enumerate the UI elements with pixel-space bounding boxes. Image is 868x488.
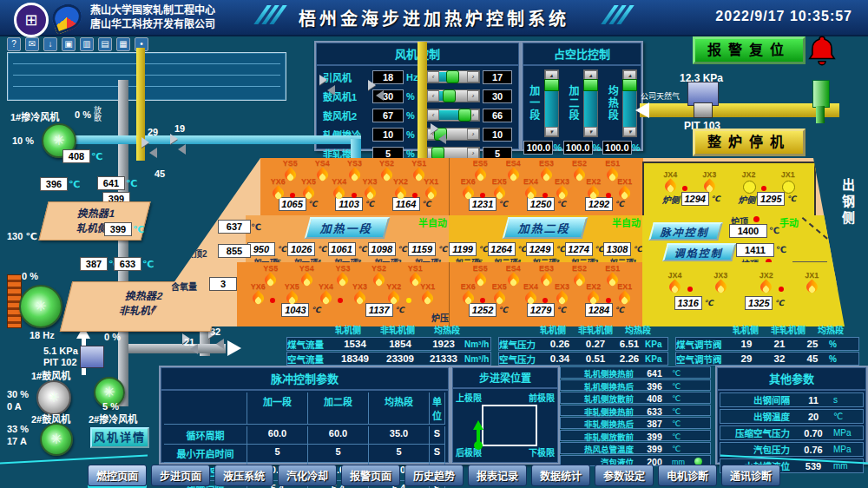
nav-tab[interactable]: 液压系统: [214, 465, 273, 486]
burner: YX2: [381, 282, 407, 306]
valve-number: 19: [174, 123, 185, 134]
burner: EX3: [549, 177, 575, 201]
nav-tab[interactable]: 报警页面: [341, 465, 400, 486]
pulse-params-panel: 脉冲控制参数 加一段 加二段 均热段 单位 循环周期 60.0 60.0 35.…: [159, 366, 450, 465]
duty-value: 100.0: [523, 141, 553, 155]
col-header: 单位: [430, 392, 445, 425]
toolbar-icon[interactable]: ✉: [25, 37, 39, 51]
fan-setpoint[interactable]: 17: [483, 70, 512, 84]
roof-temp1: 1400: [729, 224, 767, 238]
pit102-label: PIT 102: [43, 357, 77, 367]
toolbar-icon[interactable]: ▤: [98, 37, 112, 51]
param-row: 压缩空气压力 0.70 MPa: [720, 425, 864, 440]
flame-icon: [742, 179, 755, 194]
toolbar: ?✉↓▣▥▤▦•: [7, 37, 148, 50]
fan-value: 10: [372, 128, 404, 142]
unit-c: ℃: [776, 245, 786, 254]
zone-temp: 1316℃: [674, 296, 713, 310]
duty-slider[interactable]: ▴▾: [544, 69, 559, 137]
roof-temp2: 1411: [736, 243, 774, 257]
alarm-reset-button[interactable]: 报警复位: [693, 36, 806, 64]
flame-icon: [364, 186, 377, 201]
valve-icon[interactable]: [368, 80, 384, 90]
valve-icon[interactable]: [431, 123, 446, 134]
duty-sliders: 加一段 ▴▾ 100.0% 加二段 ▴▾ 100.0% 均热段 ▴▾ 100.0…: [523, 66, 641, 155]
flame-icon: [394, 186, 407, 201]
fan-setpoint[interactable]: 10: [483, 128, 512, 142]
nav-tab[interactable]: 报表记录: [468, 465, 527, 486]
alarm-list-panel[interactable]: [7, 52, 286, 101]
beam-panel: 步进梁位置 上极限 前极限 后极限 下极限: [450, 366, 560, 465]
fan-detail-button[interactable]: 风机详情: [90, 427, 149, 448]
flame-icon: [353, 291, 366, 306]
unit-c: ℃: [126, 178, 137, 189]
pipe: [118, 80, 128, 406]
fan-label: 鼓风机2: [323, 109, 370, 122]
fan-slider[interactable]: ‹›: [426, 89, 480, 102]
unit-c: ℃: [251, 222, 261, 232]
oxygen-value: 3: [209, 277, 237, 291]
toolbar-icon[interactable]: ▦: [116, 37, 130, 51]
duty-slider[interactable]: ▴▾: [583, 69, 598, 137]
pit102-valve-icon[interactable]: [80, 346, 104, 368]
burner: EX3: [549, 282, 575, 306]
pulse-control-button[interactable]: 脉冲控制: [648, 222, 723, 241]
zone1-button[interactable]: 加热一段: [305, 217, 391, 239]
nav-tab[interactable]: 参数设定: [595, 465, 654, 486]
burner: EX6: [455, 177, 481, 201]
burner-dot: [682, 186, 687, 191]
nav-tab[interactable]: 历史趋势: [404, 465, 464, 486]
blower2-amp: 17 A: [7, 436, 27, 446]
burner: EX5: [486, 177, 512, 201]
heat-row: 轧机侧换热后 396 ℃: [560, 379, 711, 392]
blower2-icon[interactable]: [40, 423, 73, 456]
green-valve-icon[interactable]: [812, 80, 830, 108]
fan-slider[interactable]: ‹›: [426, 109, 480, 122]
valve-icon[interactable]: [319, 75, 335, 85]
soak-top-band: JX4JX3JX2JX1 炉侧1294℃炉侧1295℃: [642, 162, 816, 219]
temp-408: 408: [62, 149, 90, 163]
fan-slider[interactable]: ‹›: [426, 70, 480, 83]
toolbar-icon[interactable]: ?: [7, 37, 21, 51]
nav-tab[interactable]: 步进页面: [151, 465, 210, 486]
toolbar-icon[interactable]: ▥: [80, 37, 94, 51]
nav-tab[interactable]: 汽化冷却: [278, 465, 337, 486]
nav-tab[interactable]: 通讯诊断: [721, 465, 780, 486]
nav-tab[interactable]: 数据统计: [531, 465, 590, 486]
table-row: 空气流量 18349 23309 21333 Nm³/h: [286, 352, 491, 366]
valve-icon[interactable]: [170, 134, 186, 144]
nav-tab[interactable]: 燃控页面: [88, 465, 147, 486]
alarm-bell-icon[interactable]: [806, 33, 838, 68]
burner: YX2: [387, 177, 413, 201]
param-row: 出钢温度 20 ℃: [720, 409, 864, 424]
fan-slider[interactable]: ‹›: [426, 147, 480, 160]
heat-row: 轧机侧放散前 408 ℃: [560, 392, 711, 404]
soak-temp: 炉侧1294℃: [662, 192, 720, 206]
furnace-stop-button[interactable]: 整炉停机: [693, 129, 806, 156]
valve-icon[interactable]: [141, 137, 157, 148]
duty-control-title: 占空比控制: [523, 43, 641, 66]
zone2-button[interactable]: 加热二段: [503, 217, 589, 239]
flame-control-button[interactable]: 调焰控制: [662, 243, 737, 261]
nav-tab[interactable]: 电机诊断: [658, 465, 717, 486]
flame-icon: [556, 186, 569, 201]
fan-setpoint[interactable]: 30: [483, 89, 512, 103]
zone1-mid: 加热一段 半自动 950℃加一顶51026℃加一顶41061℃加一顶31098℃…: [246, 215, 449, 262]
furnace-graphic: YS5YS4YS3YS2YS1 YX6YX5YX4YX3YX2YX1 1065℃…: [143, 158, 838, 326]
table-row: 煤气压力 0.26 0.27 6.51 KPa: [498, 337, 668, 351]
id-fan-icon[interactable]: [19, 285, 62, 328]
soak-mode: 手动: [779, 215, 799, 229]
valve-number: 32: [210, 326, 220, 337]
flame-icon: [332, 186, 345, 201]
other-params-title: 其他参数: [717, 367, 866, 391]
fan-setpoint[interactable]: 66: [483, 109, 512, 122]
toolbar-icon[interactable]: ▣: [62, 37, 76, 51]
flame-icon: [319, 291, 332, 306]
zone-temp: 1325℃: [745, 296, 784, 310]
toolbar-icon[interactable]: ↓: [43, 37, 57, 51]
flame-icon: [302, 186, 315, 201]
blower1-icon[interactable]: [36, 380, 71, 415]
unit-c: ℃: [133, 224, 144, 235]
table-row: 空气压力 0.34 0.51 2.26 KPa: [498, 352, 668, 366]
col-header: 加一段: [247, 392, 308, 425]
